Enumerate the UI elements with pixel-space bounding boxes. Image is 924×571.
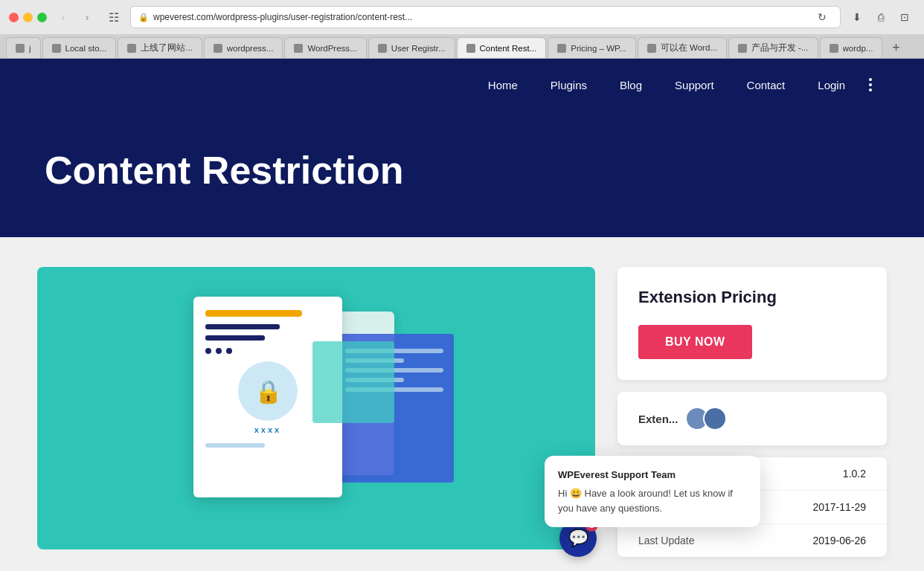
- tab-8[interactable]: 可以在 Word...: [638, 37, 727, 58]
- doc-line-dark2: [205, 335, 265, 341]
- chat-popup-message: Hi 😀 Have a look around! Let us know if …: [558, 486, 747, 515]
- refresh-button[interactable]: ↻: [812, 7, 832, 28]
- lock-icon: 🔒: [138, 13, 149, 22]
- nav-more-dot: [869, 88, 872, 91]
- doc-line-bottom: [205, 443, 265, 448]
- last-update-label: Last Update: [638, 535, 695, 546]
- last-update-value: 2019-06-26: [812, 535, 866, 546]
- share-button[interactable]: ⎙: [870, 7, 891, 28]
- site-nav: Home Plugins Blog Support Contact Login: [0, 59, 924, 111]
- browser-action-buttons: ⬇ ⎙ ⊡: [847, 7, 915, 28]
- tab-6-active[interactable]: Content Rest...: [457, 37, 547, 58]
- tab-favicon: [557, 44, 566, 53]
- window-controls: [9, 13, 47, 22]
- page-title: Content Restriction: [45, 148, 879, 193]
- tab-favicon: [127, 44, 136, 53]
- nav-support[interactable]: Support: [658, 79, 731, 91]
- main-area: 🔒 xxxx Extension Pricing BUY NOW: [0, 237, 924, 571]
- chat-icon: 💬: [568, 529, 588, 548]
- nav-controls: ‹ ›: [53, 7, 97, 28]
- chat-popup-header: WPEverest Support Team: [558, 469, 747, 480]
- lock-icon: 🔒: [254, 378, 282, 404]
- page-content: Home Plugins Blog Support Contact Login …: [0, 59, 924, 571]
- fullscreen-button[interactable]: ⊡: [894, 7, 915, 28]
- back-button[interactable]: ‹: [53, 7, 74, 28]
- tab-favicon: [294, 44, 303, 53]
- doc-dots: [205, 348, 330, 354]
- close-button[interactable]: [9, 13, 19, 22]
- tabs-bar: j Local sto... 上线了网站... wordpress... Wor…: [0, 34, 924, 59]
- illustration-inner: 🔒 xxxx: [37, 267, 595, 549]
- nav-more-dot: [869, 83, 872, 86]
- main-wrapper: 🔒 xxxx Extension Pricing BUY NOW: [0, 237, 924, 571]
- forward-button[interactable]: ›: [77, 7, 97, 28]
- nav-more-dot: [869, 78, 872, 81]
- tab-4[interactable]: WordPress...: [284, 37, 366, 58]
- minimize-button[interactable]: [23, 13, 33, 22]
- tab-9[interactable]: 产品与开发 -...: [728, 37, 818, 58]
- tab-favicon: [378, 44, 387, 53]
- hero-section: Content Restriction: [0, 111, 924, 237]
- tab-favicon: [466, 44, 475, 53]
- maximize-button[interactable]: [37, 13, 47, 22]
- tab-1[interactable]: Local sto...: [42, 37, 117, 58]
- pricing-card: Extension Pricing BUY NOW: [617, 267, 887, 380]
- tab-favicon: [738, 44, 747, 53]
- info-card: Exten...: [617, 392, 887, 445]
- lock-circle: 🔒: [238, 361, 298, 421]
- tab-7[interactable]: Pricing – WP...: [548, 37, 636, 58]
- tab-10[interactable]: wordp...: [820, 37, 883, 58]
- browser-chrome: ‹ › ☷ 🔒 wpeverest.com/wordpress-plugins/…: [0, 0, 924, 59]
- download-button[interactable]: ⬇: [847, 7, 867, 28]
- accent-box: [312, 341, 394, 423]
- doc-dot: [216, 348, 222, 354]
- doc-dot: [226, 348, 232, 354]
- new-tab-button[interactable]: +: [885, 37, 906, 58]
- tab-favicon: [52, 44, 61, 53]
- doc-line-dark: [205, 324, 280, 329]
- nav-more-button[interactable]: [862, 78, 879, 91]
- released-date-value: 2017-11-29: [812, 501, 866, 513]
- tab-5[interactable]: User Registr...: [368, 37, 455, 58]
- tab-3[interactable]: wordpress...: [204, 37, 283, 58]
- tab-0[interactable]: j: [6, 37, 41, 58]
- info-card-title: Exten...: [638, 413, 678, 425]
- extension-pricing-title: Extension Pricing: [638, 288, 866, 307]
- nav-blog[interactable]: Blog: [603, 79, 658, 91]
- buy-now-button[interactable]: BUY NOW: [638, 325, 752, 359]
- tab-favicon: [830, 44, 838, 53]
- nav-plugins[interactable]: Plugins: [534, 79, 603, 91]
- author-avatars: [685, 407, 727, 430]
- nav-home[interactable]: Home: [472, 79, 534, 91]
- nav-links: Home Plugins Blog Support Contact Login: [472, 79, 862, 91]
- last-update-row: Last Update 2019-06-26: [617, 524, 887, 557]
- tab-favicon: [647, 44, 656, 53]
- sidebar-button[interactable]: ☷: [103, 7, 124, 28]
- doc-dot: [205, 348, 211, 354]
- nav-login[interactable]: Login: [801, 79, 862, 91]
- tab-favicon: [214, 44, 222, 53]
- info-card-inner: Exten...: [638, 407, 866, 430]
- version-value: 1.0.2: [843, 468, 866, 480]
- nav-contact[interactable]: Contact: [731, 79, 802, 91]
- tab-favicon: [16, 44, 25, 53]
- lock-text: xxxx: [193, 425, 342, 434]
- tab-2[interactable]: 上线了网站...: [118, 37, 202, 58]
- address-bar[interactable]: 🔒 wpeverest.com/wordpress-plugins/user-r…: [130, 6, 841, 28]
- doc-line-gold: [205, 310, 302, 317]
- avatar-2: [703, 407, 727, 430]
- chat-popup: WPEverest Support Team Hi 😀 Have a look …: [545, 456, 760, 527]
- plugin-illustration: 🔒 xxxx: [37, 267, 595, 549]
- url-text: wpeverest.com/wordpress-plugins/user-reg…: [153, 12, 807, 22]
